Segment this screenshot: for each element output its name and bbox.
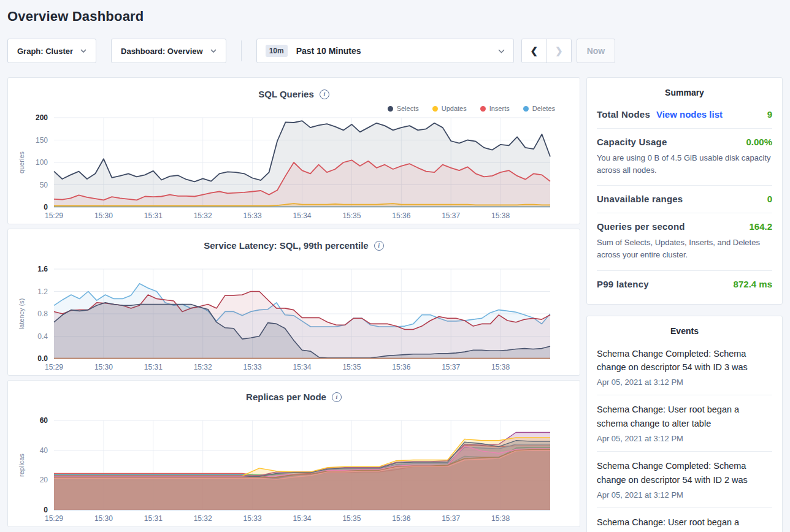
time-prev-button[interactable]: ❮ [522,39,546,63]
p99-latency-label: P99 latency [597,279,649,289]
legend-item[interactable]: Updates [432,105,467,112]
event-message: Schema Change Completed: Schema change o… [597,459,772,487]
main-content: SQL Queries i SelectsUpdatesInsertsDelet… [7,77,783,532]
legend-item[interactable]: Selects [388,105,419,112]
event-timestamp: Apr 05, 2021 at 3:12 PM [597,434,772,443]
svg-text:15:29: 15:29 [45,211,63,220]
svg-text:15:33: 15:33 [244,514,262,523]
svg-text:15:31: 15:31 [144,514,163,523]
svg-text:60: 60 [40,416,48,425]
info-icon[interactable]: i [374,241,384,251]
page: Overview Dashboard Graph: Cluster Dashbo… [0,0,790,532]
svg-text:queries: queries [18,151,25,173]
event-message: Schema Change: User root began a schema … [597,403,772,431]
summary-row-p99: P99 latency 872.4 ms [597,271,772,298]
replicas-per-node-chart[interactable]: 15:2915:3015:3115:3215:3315:3415:3515:36… [8,416,580,529]
svg-text:15:30: 15:30 [94,211,113,220]
sql-queries-chart[interactable]: 15:2915:3015:3115:3215:3315:3415:3515:36… [8,113,580,226]
svg-text:15:34: 15:34 [293,514,311,523]
legend-dot [388,106,393,112]
svg-text:15:29: 15:29 [45,363,63,371]
controls-row: Graph: Cluster Dashboard: Overview 10m P… [7,39,783,63]
svg-text:15:38: 15:38 [491,211,510,220]
time-next-button[interactable]: ❯ [546,39,571,63]
legend-item[interactable]: Deletes [523,105,555,112]
info-icon[interactable]: i [320,89,329,99]
legend-dot [523,106,529,112]
service-latency-chart[interactable]: 15:2915:3015:3115:3215:3315:3415:3515:36… [8,265,580,378]
svg-text:1.6: 1.6 [37,265,48,273]
svg-text:15:32: 15:32 [194,211,212,220]
charts-column: SQL Queries i SelectsUpdatesInsertsDelet… [7,77,580,531]
info-icon[interactable]: i [332,392,342,402]
time-range-dropdown[interactable]: 10m Past 10 Minutes [256,39,514,63]
legend-item-label: Inserts [489,105,510,112]
dashboard-dropdown-label: Dashboard: Overview [121,47,203,56]
chart-title: SQL Queries [258,89,314,99]
svg-text:15:32: 15:32 [194,514,212,523]
svg-text:15:36: 15:36 [392,363,410,371]
qps-description: Sum of Selects, Updates, Inserts, and De… [597,237,772,261]
dashboard-dropdown[interactable]: Dashboard: Overview [111,39,226,63]
svg-text:15:33: 15:33 [244,363,262,371]
event-item: Schema Change Completed: Schema change o… [597,452,772,508]
svg-text:100: 100 [36,158,48,167]
chart-head: Service Latency: SQL, 99th percentile i [8,229,580,265]
event-message: Schema Change: User root began a schema … [597,515,772,532]
svg-text:0.8: 0.8 [37,310,48,318]
event-item: Schema Change: User root began a schema … [597,508,772,532]
time-range-badge: 10m [266,45,288,57]
summary-row-total-nodes: Total Nodes View nodes list 9 [597,101,772,129]
svg-text:15:36: 15:36 [392,514,410,523]
svg-text:15:30: 15:30 [94,514,113,523]
svg-text:replicas: replicas [18,454,25,477]
svg-text:latency (s): latency (s) [18,298,25,330]
chevron-down-icon [498,49,505,53]
chart-title: Replicas per Node [246,392,326,402]
chart-head: Replicas per Node i [8,381,580,416]
now-button[interactable]: Now [577,39,616,63]
svg-text:15:38: 15:38 [491,514,510,523]
sidebar: Summary Total Nodes View nodes list 9 Ca… [586,77,783,532]
view-nodes-list-link[interactable]: View nodes list [656,109,723,120]
svg-text:15:36: 15:36 [392,211,410,220]
summary-row-qps: Queries per second 164.2 Sum of Selects,… [597,213,772,270]
queries-per-second-value: 164.2 [749,221,772,232]
legend-dot [432,106,438,112]
svg-text:15:31: 15:31 [144,211,163,220]
summary-title: Summary [597,88,772,101]
replicas-per-node-chart-panel: Replicas per Node i 15:2915:3015:3115:32… [7,380,580,527]
svg-text:0.4: 0.4 [37,332,48,341]
svg-text:50: 50 [40,181,48,189]
legend-item-label: Updates [442,105,467,112]
sql-queries-chart-panel: SQL Queries i SelectsUpdatesInsertsDelet… [7,77,580,224]
svg-text:200: 200 [36,113,48,122]
event-message: Schema Change Completed: Schema change o… [597,347,772,375]
time-range-label: Past 10 Minutes [296,46,361,56]
svg-text:0: 0 [44,506,48,514]
svg-text:15:35: 15:35 [342,363,361,371]
graph-dropdown[interactable]: Graph: Cluster [7,39,96,63]
chevron-down-icon [210,49,217,53]
legend-dot [480,106,486,112]
chart-title: Service Latency: SQL, 99th percentile [204,240,368,251]
summary-panel: Summary Total Nodes View nodes list 9 Ca… [586,77,783,305]
svg-text:0: 0 [44,203,48,211]
chart-legend: SelectsUpdatesInsertsDeletes [388,105,555,112]
event-timestamp: Apr 05, 2021 at 3:12 PM [597,378,772,387]
legend-item[interactable]: Inserts [480,105,510,112]
svg-text:15:30: 15:30 [94,363,113,371]
svg-text:15:33: 15:33 [244,211,262,220]
svg-text:150: 150 [36,136,48,145]
svg-text:15:37: 15:37 [442,211,460,220]
total-nodes-value: 9 [767,109,772,120]
svg-text:40: 40 [40,446,48,455]
chevron-down-icon [80,49,86,53]
svg-text:15:35: 15:35 [342,211,361,220]
summary-row-capacity: Capacity Usage 0.00% You are using 0 B o… [597,129,772,186]
svg-text:15:37: 15:37 [442,363,460,371]
svg-text:1.2: 1.2 [37,287,48,296]
svg-text:15:29: 15:29 [45,514,63,523]
svg-text:15:35: 15:35 [342,514,361,523]
queries-per-second-label: Queries per second [597,221,685,232]
